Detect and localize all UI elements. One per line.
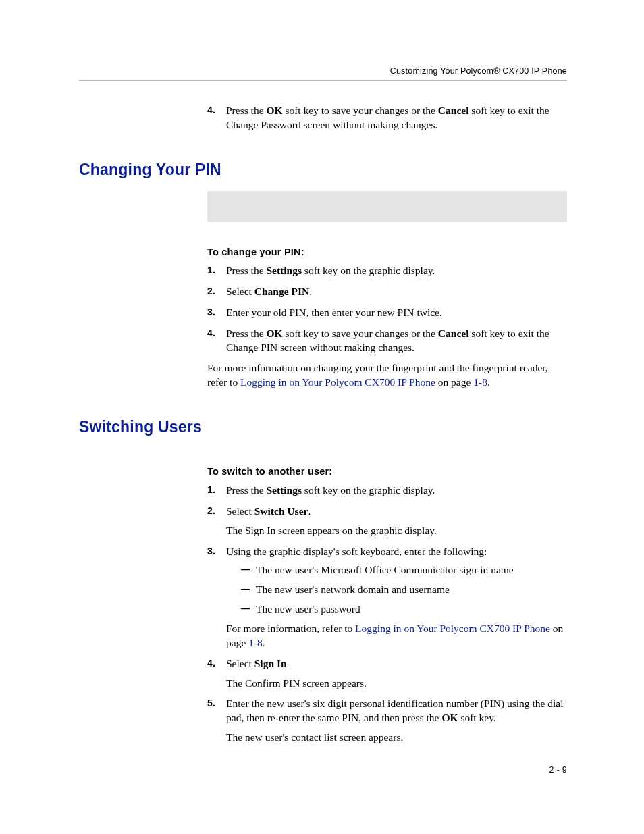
step-number: 2. (207, 285, 215, 298)
pin-step-1: 1. Press the Settings soft key on the gr… (207, 264, 567, 278)
switch-step-3-after: For more information, refer to Logging i… (226, 622, 567, 650)
text: Using the graphic display's soft keyboar… (226, 546, 487, 557)
switch-step-5: 5. Enter the new user's six digit person… (207, 697, 567, 745)
pin-step-2: 2. Select Change PIN. (207, 285, 567, 299)
text: Enter the new user's six digit personal … (226, 698, 564, 723)
text: soft key on the graphic display. (302, 265, 435, 276)
text: Press the (226, 105, 266, 116)
intro-step-4: 4. Press the OK soft key to save your ch… (207, 104, 567, 132)
switch-step-4-follow: The Confirm PIN screen appears. (226, 677, 567, 691)
bold-settings: Settings (266, 265, 302, 276)
page: Customizing Your Polycom® CX700 IP Phone… (0, 0, 644, 834)
bold-ok: OK (266, 328, 282, 339)
switch-step-3: 3. Using the graphic display's soft keyb… (207, 545, 567, 650)
link-logging-in[interactable]: Logging in on Your Polycom CX700 IP Phon… (240, 376, 435, 388)
text: . (308, 505, 311, 517)
bold-switch-user: Switch User (254, 505, 308, 517)
subhead-switch-user: To switch to another user: (207, 466, 567, 477)
text: Press the (226, 265, 266, 276)
text: . (263, 637, 265, 648)
text: Enter your old PIN, then enter your new … (226, 307, 442, 318)
step-number: 4. (207, 104, 215, 117)
text: Select (226, 658, 254, 669)
text: Select (226, 286, 254, 297)
link-page-1-8[interactable]: 1-8 (473, 376, 487, 388)
text: Press the (226, 328, 266, 339)
text: soft key to save your changes or the (283, 328, 438, 339)
text: soft key. (458, 712, 496, 723)
text: . (487, 376, 490, 388)
step-number: 3. (207, 545, 215, 558)
running-header: Customizing Your Polycom® CX700 IP Phone (79, 66, 567, 76)
step-number: 2. (207, 504, 215, 517)
bold-ok: OK (266, 105, 282, 116)
switch-step-5-follow: The new user's contact list screen appea… (226, 731, 567, 745)
bold-sign-in: Sign In (254, 658, 287, 669)
page-number: 2 - 9 (549, 765, 567, 775)
bold-ok: OK (441, 712, 458, 723)
bold-cancel: Cancel (438, 105, 469, 116)
text: . (309, 286, 312, 297)
switch-step-3-bullet-1: The new user's Microsoft Office Communic… (241, 563, 567, 577)
step-number: 4. (207, 657, 215, 670)
switch-step-1: 1. Press the Settings soft key on the gr… (207, 484, 567, 498)
bold-change-pin: Change PIN (254, 286, 309, 297)
text: soft key on the graphic display. (302, 484, 435, 496)
switch-step-4: 4. Select Sign In. The Confirm PIN scree… (207, 657, 567, 691)
text: Press the (226, 484, 266, 496)
pin-after-paragraph: For more information on changing your th… (207, 361, 567, 390)
heading-changing-pin: Changing Your PIN (79, 161, 567, 179)
pin-step-3: 3. Enter your old PIN, then enter your n… (207, 306, 567, 320)
heading-switching-users: Switching Users (79, 418, 567, 436)
step-number: 4. (207, 327, 215, 340)
step-number: 1. (207, 264, 215, 277)
section-switching-users: Switching Users To switch to another use… (79, 418, 567, 745)
note-placeholder-box (207, 191, 567, 222)
step-number: 3. (207, 306, 215, 319)
header-rule (79, 80, 567, 81)
pin-step-4: 4. Press the OK soft key to save your ch… (207, 327, 567, 355)
text: soft key to save your changes or the (283, 105, 438, 116)
switch-step-3-bullet-3: The new user's password (241, 602, 567, 617)
step-number: 1. (207, 484, 215, 496)
text: Select (226, 505, 254, 517)
step-number: 5. (207, 697, 215, 710)
link-logging-in[interactable]: Logging in on Your Polycom CX700 IP Phon… (355, 623, 550, 634)
subhead-change-pin: To change your PIN: (207, 246, 567, 257)
text: For more information, refer to (226, 623, 355, 634)
switch-step-3-bullet-2: The new user's network domain and userna… (241, 583, 567, 597)
section-changing-pin: Changing Your PIN To change your PIN: 1.… (79, 161, 567, 390)
link-page-1-8[interactable]: 1-8 (248, 637, 263, 648)
text: . (287, 658, 290, 669)
switch-step-2: 2. Select Switch User. The Sign In scree… (207, 504, 567, 538)
text: on page (435, 376, 473, 388)
bold-cancel: Cancel (438, 328, 469, 339)
intro-continuation: 4. Press the OK soft key to save your ch… (207, 104, 567, 132)
bold-settings: Settings (266, 484, 302, 496)
switch-step-2-follow: The Sign In screen appears on the graphi… (226, 524, 567, 538)
